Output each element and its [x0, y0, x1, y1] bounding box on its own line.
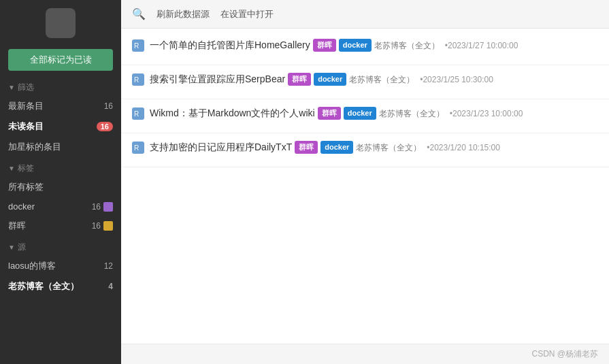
- feed-item[interactable]: R 搜索引擎位置跟踪应用SerpBear 群晖 docker 老苏博客（全文） …: [121, 65, 609, 99]
- tags-arrow-icon: ▼: [8, 165, 15, 172]
- feed-item-icon: R: [132, 73, 144, 86]
- qunhui-tag-count: 16: [92, 221, 101, 231]
- sidebar-logo: 🐻: [0, 0, 121, 44]
- feed-item-title-2: 搜索引擎位置跟踪应用SerpBear: [150, 72, 285, 86]
- feed-source-1: 老苏博客（全文）: [374, 39, 440, 52]
- feed-item[interactable]: R 支持加密的日记应用程序DailyTxT 群晖 docker 老苏博客（全文）…: [121, 133, 609, 167]
- feed-item[interactable]: R 一个简单的自托管图片库HomeGallery 群晖 docker 老苏博客（…: [121, 31, 609, 65]
- docker-tag-count: 16: [92, 202, 101, 212]
- latest-count: 16: [104, 101, 113, 111]
- all-tags-label: 所有标签: [8, 181, 113, 193]
- feed-tag-qunhui-3: 群晖: [318, 107, 341, 120]
- sources-arrow-icon: ▼: [8, 244, 15, 251]
- mark-all-read-button[interactable]: 全部标记为已读: [8, 49, 113, 71]
- tags-section-title: ▼ 标签: [0, 157, 121, 177]
- source-laosu-label: laosu的博客: [8, 260, 101, 272]
- sources-section-title: ▼ 源: [0, 236, 121, 256]
- feed-tag-qunhui-4: 群晖: [295, 141, 318, 154]
- svg-rect-0: [50, 13, 71, 33]
- feed-date-2: •2023/1/25 10:30:00: [420, 73, 493, 86]
- qunhui-tag-label: 群晖: [8, 220, 89, 232]
- feed-item-content-3: Wikmd：基于Markdown文件的个人wiki 群晖 docker 老苏博客…: [150, 106, 598, 120]
- feed-tag-qunhui-1: 群晖: [313, 39, 336, 52]
- app-logo-icon: 🐻: [46, 8, 76, 38]
- svg-text:R: R: [134, 42, 139, 50]
- feed-item-icon: R: [132, 39, 144, 52]
- search-icon[interactable]: 🔍: [132, 7, 146, 20]
- unread-badge: 16: [97, 122, 113, 131]
- feed-item-title-3: Wikmd：基于Markdown文件的个人wiki: [150, 106, 315, 120]
- sidebar: 🐻 全部标记为已读 ▼ 篩选 最新条目 16 未读条目 16 加星标的条目 ▼ …: [0, 0, 121, 364]
- feed-source-2: 老苏博客（全文）: [349, 73, 414, 86]
- svg-text:R: R: [134, 110, 139, 118]
- docker-color-box: [103, 202, 113, 212]
- feed-tag-qunhui-2: 群晖: [288, 73, 311, 86]
- filter-section-title: ▼ 篩选: [0, 76, 121, 96]
- feed-tag-docker-3: docker: [344, 107, 376, 120]
- feed-tag-docker-2: docker: [314, 73, 346, 86]
- feed-date-1: •2023/1/27 10:00:00: [445, 39, 519, 52]
- source-laosu-full-count: 4: [108, 282, 113, 291]
- feed-item-title-4: 支持加密的日记应用程序DailyTxT: [150, 140, 292, 154]
- sidebar-item-all-tags[interactable]: 所有标签: [0, 177, 121, 197]
- main-content: 🔍 刷新此数据源 在设置中打开 R 一个简单的自托管图片库HomeGallery…: [121, 0, 609, 364]
- filter-arrow-icon: ▼: [8, 84, 15, 91]
- refresh-action[interactable]: 刷新此数据源: [157, 8, 210, 20]
- sidebar-item-unread[interactable]: 未读条目 16: [0, 116, 121, 137]
- sidebar-item-docker[interactable]: docker 16: [0, 197, 121, 216]
- unread-label: 未读条目: [8, 120, 97, 133]
- feed-source-4: 老苏博客（全文）: [356, 142, 421, 154]
- feed-date-3: •2023/1/23 10:00:00: [450, 107, 523, 120]
- qunhui-color-box: [103, 221, 113, 231]
- starred-label: 加星标的条目: [8, 141, 113, 153]
- topbar: 🔍 刷新此数据源 在设置中打开: [121, 0, 609, 29]
- sidebar-item-qunhui[interactable]: 群晖 16: [0, 216, 121, 236]
- feed-item-content-1: 一个简单的自托管图片库HomeGallery 群晖 docker 老苏博客（全文…: [150, 38, 598, 52]
- docker-tag-label: docker: [8, 201, 89, 212]
- sidebar-item-latest[interactable]: 最新条目 16: [0, 96, 121, 116]
- sidebar-item-source-laosu[interactable]: laosu的博客 12: [0, 256, 121, 276]
- feed-item-title-1: 一个简单的自托管图片库HomeGallery: [150, 38, 310, 52]
- feed-tag-docker-1: docker: [339, 39, 372, 52]
- svg-text:R: R: [134, 76, 139, 84]
- feed-item-icon: R: [132, 107, 144, 120]
- feed-date-4: •2023/1/20 10:15:00: [427, 142, 500, 154]
- feed-item-content-4: 支持加密的日记应用程序DailyTxT 群晖 docker 老苏博客（全文） •…: [150, 140, 598, 154]
- feed-item-content-2: 搜索引擎位置跟踪应用SerpBear 群晖 docker 老苏博客（全文） •2…: [150, 72, 598, 86]
- latest-label: 最新条目: [8, 100, 101, 112]
- sidebar-item-starred[interactable]: 加星标的条目: [0, 137, 121, 157]
- source-laosu-full-label: 老苏博客（全文）: [8, 280, 105, 293]
- source-laosu-count: 12: [104, 261, 113, 271]
- attribution-text: CSDN @杨浦老苏: [531, 349, 598, 359]
- feed-tag-docker-4: docker: [320, 141, 353, 154]
- feed-list: R 一个简单的自托管图片库HomeGallery 群晖 docker 老苏博客（…: [121, 29, 609, 344]
- settings-action[interactable]: 在设置中打开: [220, 8, 274, 20]
- svg-text:R: R: [134, 144, 139, 152]
- feed-item[interactable]: R Wikmd：基于Markdown文件的个人wiki 群晖 docker 老苏…: [121, 99, 609, 133]
- feed-item-icon: R: [132, 142, 144, 154]
- sidebar-item-source-laosu-full[interactable]: 老苏博客（全文） 4: [0, 276, 121, 297]
- feed-source-3: 老苏博客（全文）: [379, 107, 444, 120]
- footer: CSDN @杨浦老苏: [121, 344, 609, 364]
